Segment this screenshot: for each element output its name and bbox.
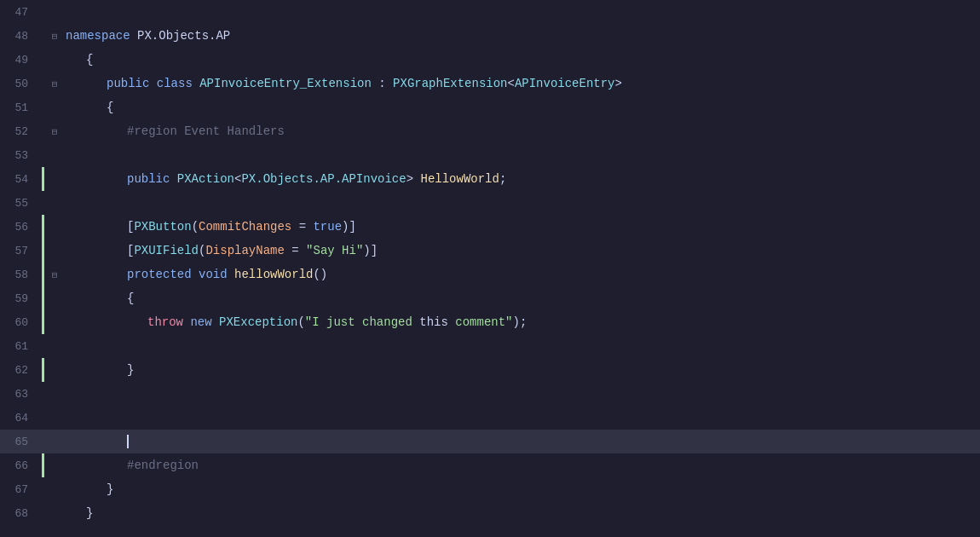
code-line-61: 61 (0, 334, 980, 358)
line-content-52: #region Event Handlers (62, 124, 980, 138)
code-line-50: 50 ⊟ public class APInvoiceEntry_Extensi… (0, 72, 980, 95)
line-content-66: #endregion (62, 459, 980, 472)
gutter-62 (38, 358, 47, 382)
line-number-62: 62 (0, 364, 38, 377)
line-number-55: 55 (0, 197, 38, 210)
code-line-52: 52 ⊟ #region Event Handlers (0, 119, 980, 143)
fold-58[interactable]: ⊟ (47, 269, 62, 280)
code-line-66: 66 #endregion (0, 453, 980, 477)
line-content-58: protected void hellowWorld() (62, 268, 980, 281)
line-number-59: 59 (0, 292, 38, 305)
text-cursor (127, 435, 129, 448)
fold-48[interactable]: ⊟ (47, 31, 62, 42)
code-line-55: 55 (0, 191, 980, 215)
line-content-67: } (62, 482, 980, 496)
line-number-47: 47 (0, 6, 38, 19)
line-content-51: { (62, 101, 980, 114)
line-content-65 (62, 435, 980, 448)
code-line-57: 57 [PXUIField(DisplayName = "Say Hi")] (0, 239, 980, 263)
line-content-62: } (62, 363, 980, 377)
line-number-58: 58 (0, 268, 38, 281)
code-line-64: 64 (0, 406, 980, 430)
code-area: 47 48 ⊟ namespace PX.Objects.AP 49 { 50 (0, 0, 980, 537)
line-number-63: 63 (0, 388, 38, 401)
code-line-62: 62 } (0, 358, 980, 382)
line-number-57: 57 (0, 245, 38, 257)
code-line-65: 65 (0, 430, 980, 453)
fold-50[interactable]: ⊟ (47, 78, 62, 90)
code-line-54: 54 public PXAction<PX.Objects.AP.APInvoi… (0, 167, 980, 191)
code-line-67: 67 } (0, 477, 980, 501)
line-number-61: 61 (0, 340, 38, 353)
code-editor[interactable]: 47 48 ⊟ namespace PX.Objects.AP 49 { 50 (0, 0, 980, 537)
code-line-47: 47 (0, 0, 980, 24)
line-content-56: [PXButton(CommitChanges = true)] (62, 220, 980, 234)
line-number-56: 56 (0, 221, 38, 234)
line-content-50: public class APInvoiceEntry_Extension : … (62, 77, 980, 90)
gutter-58 (38, 263, 47, 286)
line-number-64: 64 (0, 412, 38, 424)
line-number-65: 65 (0, 436, 38, 448)
code-line-68: 68 } (0, 501, 980, 525)
gutter-60 (38, 310, 47, 334)
line-content-60: throw new PXException("I just changed th… (62, 315, 980, 329)
line-number-54: 54 (0, 173, 38, 186)
line-number-49: 49 (0, 54, 38, 66)
line-number-66: 66 (0, 459, 38, 472)
code-line-58: 58 ⊟ protected void hellowWorld() (0, 263, 980, 286)
fold-52[interactable]: ⊟ (47, 126, 62, 137)
line-number-68: 68 (0, 507, 38, 520)
code-line-56: 56 [PXButton(CommitChanges = true)] (0, 215, 980, 239)
line-number-51: 51 (0, 101, 38, 114)
gutter-56 (38, 215, 47, 239)
gutter-59 (38, 286, 47, 310)
code-line-51: 51 { (0, 95, 980, 119)
line-number-48: 48 (0, 30, 38, 43)
line-content-54: public PXAction<PX.Objects.AP.APInvoice>… (62, 172, 980, 186)
line-content-59: { (62, 292, 980, 305)
line-number-50: 50 (0, 78, 38, 90)
line-number-53: 53 (0, 149, 38, 162)
code-line-49: 49 { (0, 48, 980, 72)
line-number-60: 60 (0, 316, 38, 329)
gutter-57 (38, 239, 47, 263)
gutter-66 (38, 453, 47, 477)
line-content-68: } (62, 506, 980, 520)
code-line-59: 59 { (0, 286, 980, 310)
line-content-57: [PXUIField(DisplayName = "Say Hi")] (62, 244, 980, 257)
line-number-67: 67 (0, 483, 38, 496)
code-line-48: 48 ⊟ namespace PX.Objects.AP (0, 24, 980, 48)
line-number-52: 52 (0, 125, 38, 138)
code-line-63: 63 (0, 382, 980, 406)
gutter-54 (38, 167, 47, 191)
line-content-49: { (62, 53, 980, 66)
code-line-60: 60 throw new PXException("I just changed… (0, 310, 980, 334)
line-content-48: namespace PX.Objects.AP (62, 29, 980, 43)
code-line-53: 53 (0, 143, 980, 167)
